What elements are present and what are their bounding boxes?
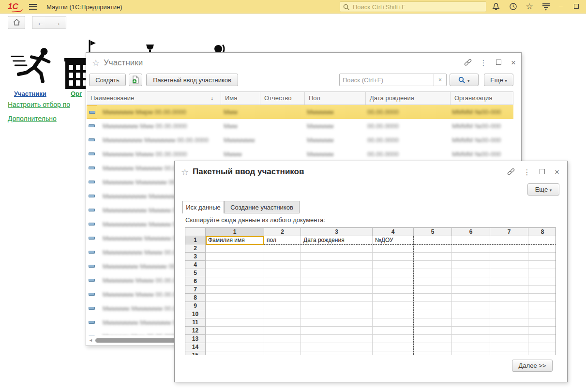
sheet-cell[interactable] (373, 253, 414, 261)
sheet-row-header[interactable]: 9 (185, 302, 206, 310)
table-row[interactable]: Ммммммммм Ммммммм 00.00.0000МммммммМмммм… (87, 133, 513, 147)
window-menu-icon[interactable]: ⋮ (479, 59, 488, 67)
sheet-row-header[interactable]: 3 (185, 253, 206, 261)
column-header-birthdate[interactable]: Дата рождения (366, 92, 451, 105)
sheet-cell[interactable] (490, 351, 528, 355)
sheet-col-header[interactable]: 6 (452, 228, 490, 236)
sheet-cell[interactable] (264, 253, 301, 261)
global-search-field[interactable] (340, 1, 486, 12)
sheet-col-header[interactable]: 7 (490, 228, 528, 236)
column-header-firstname[interactable]: Имя (221, 92, 260, 105)
sheet-cell[interactable] (206, 351, 264, 355)
sheet-cell[interactable] (490, 327, 528, 335)
sheet-cell[interactable] (206, 277, 264, 286)
sheet-cell[interactable] (414, 310, 452, 318)
sheet-cell[interactable] (373, 327, 414, 335)
sheet-cell[interactable] (528, 236, 556, 244)
sheet-row-header[interactable]: 4 (185, 261, 206, 269)
sheet-cell[interactable] (490, 302, 528, 310)
sheet-cell[interactable] (452, 335, 490, 343)
sheet-row-header[interactable]: 7 (185, 286, 206, 294)
configure-filter-link[interactable]: Настроить отбор по (8, 101, 70, 108)
sheet-cell[interactable] (528, 351, 556, 355)
sheet-cell[interactable] (414, 302, 452, 310)
sheet-cell[interactable] (206, 261, 264, 269)
sheet-col-header[interactable]: 4 (373, 228, 414, 236)
sheet-col-header[interactable]: 3 (301, 228, 373, 236)
scroll-left-icon[interactable]: ◄ (89, 338, 93, 343)
sheet-cell[interactable] (452, 302, 490, 310)
sheet-cell[interactable] (264, 310, 301, 318)
sheet-cell[interactable] (206, 294, 264, 302)
window-close-icon[interactable]: × (509, 59, 518, 67)
sheet-cell[interactable] (452, 318, 490, 327)
sheet-cell[interactable] (528, 261, 556, 269)
sheet-corner[interactable] (185, 228, 206, 236)
sheet-cell[interactable] (452, 286, 490, 294)
sheet-cell[interactable] (528, 294, 556, 302)
sheet-cell[interactable] (373, 351, 414, 355)
window-menu-icon[interactable]: ⋮ (523, 168, 531, 177)
sheet-cell[interactable] (264, 351, 301, 355)
sheet-cell[interactable] (414, 286, 452, 294)
sheet-cell[interactable] (206, 253, 264, 261)
home-button[interactable] (8, 16, 25, 29)
sheet-cell[interactable] (373, 302, 414, 310)
maximize-button[interactable] (571, 1, 582, 11)
back-button[interactable]: ← (32, 16, 49, 29)
sheet-cell[interactable]: Фамилия имя (206, 236, 264, 244)
sheet-cell[interactable] (490, 286, 528, 294)
main-menu-icon[interactable] (29, 4, 37, 10)
sheet-cell[interactable] (206, 286, 264, 294)
sheet-cell[interactable] (206, 302, 264, 310)
sheet-row-header[interactable]: 11 (185, 318, 206, 327)
sheet-cell[interactable] (264, 318, 301, 327)
sheet-cell[interactable] (490, 277, 528, 286)
sheet-cell[interactable] (373, 286, 414, 294)
sheet-cell[interactable] (301, 335, 373, 343)
sheet-col-header[interactable]: 8 (528, 228, 556, 236)
minimize-button[interactable]: – (556, 1, 566, 11)
sheet-cell[interactable] (414, 343, 452, 351)
sheet-cell[interactable] (301, 351, 373, 355)
sheet-cell[interactable] (414, 327, 452, 335)
sheet-row-header[interactable]: 12 (185, 327, 206, 335)
sheet-cell[interactable] (528, 302, 556, 310)
sheet-cell[interactable] (414, 253, 452, 261)
sidebar-item-participants[interactable]: Участники (14, 90, 46, 97)
sheet-cell[interactable] (452, 351, 490, 355)
sheet-cell[interactable] (264, 244, 301, 253)
sheet-cell[interactable] (373, 335, 414, 343)
sheet-cell[interactable] (373, 244, 414, 253)
sheet-cell[interactable] (264, 343, 301, 351)
sheet-cell[interactable] (528, 335, 556, 343)
sheet-row-header[interactable]: 6 (185, 277, 206, 286)
sheet-cell[interactable] (301, 310, 373, 318)
sheet-cell[interactable] (301, 343, 373, 351)
sheet-cell[interactable] (528, 343, 556, 351)
sheet-cell[interactable] (490, 269, 528, 277)
sheet-cell[interactable] (528, 286, 556, 294)
get-link-icon[interactable] (464, 59, 472, 67)
sheet-cell[interactable] (452, 253, 490, 261)
sheet-row-header[interactable]: 5 (185, 269, 206, 277)
sheet-row-header[interactable]: 10 (185, 310, 206, 318)
more-button[interactable]: Еще ▾ (484, 74, 513, 86)
table-row[interactable]: Мммммммм Ммм 00.00.0000МммМммммм00.00.00… (87, 119, 513, 133)
sheet-cell[interactable] (206, 343, 264, 351)
table-row[interactable]: Ммммммм Мммм 00.00.0000МмммМммммм00.00.0… (87, 147, 513, 161)
service-menu-icon[interactable]: ▾ (541, 2, 551, 11)
list-search-input[interactable] (343, 75, 430, 85)
sheet-cell[interactable] (301, 286, 373, 294)
window-close-icon[interactable]: × (553, 168, 561, 177)
get-link-icon[interactable] (507, 168, 515, 177)
sheet-cell[interactable] (373, 318, 414, 327)
next-button[interactable]: Далее >> (512, 360, 553, 372)
sheet-cell[interactable] (301, 269, 373, 277)
sheet-cell[interactable] (206, 327, 264, 335)
sheet-row-header[interactable]: 15 (185, 351, 206, 355)
sheet-cell[interactable] (414, 269, 452, 277)
sheet-cell[interactable] (490, 253, 528, 261)
sheet-cell[interactable] (452, 310, 490, 318)
sheet-cell[interactable] (373, 343, 414, 351)
